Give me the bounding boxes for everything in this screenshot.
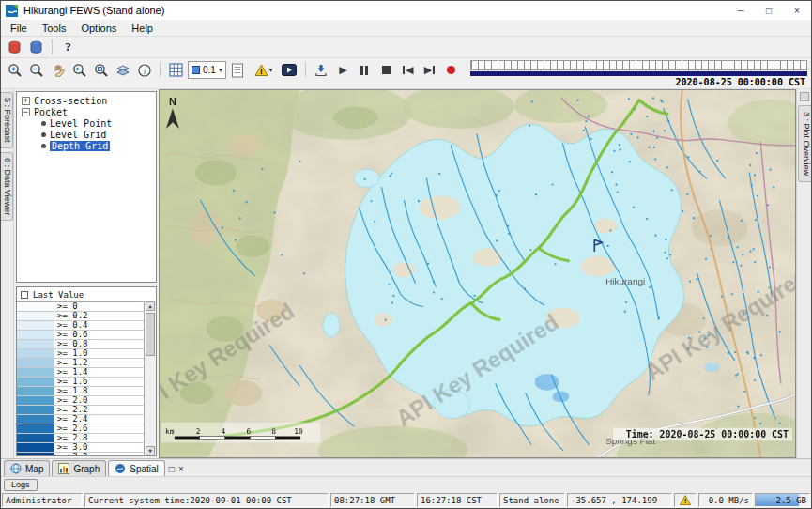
status-bar: Administrator Current system time:2020-0…: [1, 492, 811, 508]
spatial-icon: [115, 463, 126, 474]
tree-item-label: Cross-section: [34, 96, 107, 106]
scale-bar: km 2 4 6 8 10: [161, 423, 320, 443]
info-icon: i: [137, 63, 152, 78]
status-gmt-time: 08:27:18 GMT: [330, 493, 415, 507]
layers-button[interactable]: [113, 60, 132, 80]
tab-spatial[interactable]: Spatial: [108, 460, 165, 476]
current-timestep-label: 2020-08-25 00:00:00 CST: [470, 76, 807, 87]
grid-display-button[interactable]: [166, 60, 186, 80]
legend-swatch: [17, 396, 54, 405]
expand-icon[interactable]: +: [22, 97, 30, 105]
toolbar-main: ?: [1, 37, 811, 58]
stop-button[interactable]: [376, 60, 396, 80]
scroll-thumb[interactable]: [146, 313, 155, 356]
svg-text:6: 6: [246, 427, 251, 436]
logs-button[interactable]: Logs: [4, 479, 38, 491]
tab-graph[interactable]: Graph: [52, 460, 106, 476]
layer-bullet-icon: [41, 144, 46, 148]
layers-panel: + Cross-section − Pocket Level Point Lev…: [14, 89, 159, 458]
play-icon: ▶: [339, 64, 346, 76]
pause-button[interactable]: [355, 60, 375, 80]
layers-icon: [115, 63, 130, 78]
legend-swatch: [17, 415, 54, 424]
skip-start-button[interactable]: ▶: [398, 60, 418, 80]
record-button[interactable]: [441, 60, 461, 80]
pan-button[interactable]: [48, 60, 68, 80]
legend-swatch: [17, 368, 54, 377]
map-viewport[interactable]: API Key Required API Key Required API Ke…: [159, 89, 796, 458]
panel-pin-icon[interactable]: [800, 92, 809, 101]
timeline-area: 2020-08-25 00:00:00 CST: [470, 60, 807, 87]
legend-swatch: [17, 349, 54, 358]
play-button[interactable]: ▶: [333, 60, 353, 80]
panel-actions: □ ×: [167, 464, 188, 476]
tab-data-viewer[interactable]: 6 : Data Viewer: [1, 152, 13, 221]
skip-start-icon: ▶: [403, 64, 413, 76]
toolbar-separator: [52, 39, 53, 54]
timeseries-doc-button[interactable]: [228, 60, 248, 80]
legend-swatch: [17, 331, 54, 339]
tab-forecast[interactable]: 5 : Forecast: [1, 92, 13, 148]
maximize-panel-icon[interactable]: □: [169, 464, 175, 474]
legend-header: Last Value: [17, 287, 156, 301]
zoom-previous-button[interactable]: [69, 60, 89, 80]
minimize-button[interactable]: ─: [727, 1, 755, 20]
layer-tree: + Cross-section − Pocket Level Point Lev…: [16, 91, 157, 283]
menu-help[interactable]: Help: [124, 21, 161, 36]
skip-end-button[interactable]: ▶: [420, 60, 439, 80]
zoom-in-button[interactable]: [5, 60, 24, 80]
status-coordinates: -35.657 , 174.199: [567, 493, 672, 507]
svg-text:2: 2: [196, 427, 201, 436]
threshold-combo[interactable]: 0.1 ▾: [188, 61, 226, 79]
svg-text:N: N: [169, 96, 176, 107]
record-icon: [447, 66, 455, 74]
close-panel-icon[interactable]: ×: [178, 464, 184, 474]
legend-swatch: [17, 312, 54, 320]
legend-row: >= 3.2: [17, 453, 144, 455]
database-blue-button[interactable]: [26, 38, 46, 57]
legend-swatch: [17, 359, 54, 367]
tab-map[interactable]: Map: [4, 460, 50, 476]
tree-item-pocket[interactable]: − Pocket: [17, 106, 156, 117]
legend-scrollbar[interactable]: ▲ ▼: [144, 301, 156, 455]
tree-item-depth-grid[interactable]: Depth Grid: [17, 140, 156, 151]
tab-plot-overview[interactable]: 3 : Plot Overview: [798, 105, 811, 182]
legend-swatch: [17, 453, 54, 455]
scroll-down-icon[interactable]: ▼: [146, 446, 155, 455]
svg-text:10: 10: [294, 427, 303, 436]
status-cst-time: 16:27:18 CST: [417, 493, 498, 507]
zoom-extent-button[interactable]: [91, 60, 111, 80]
info-button[interactable]: i: [134, 60, 154, 80]
scroll-up-icon[interactable]: ▲: [146, 301, 155, 311]
zoom-previous-icon: [72, 63, 87, 78]
database-red-button[interactable]: [5, 38, 24, 57]
document-icon: [231, 63, 244, 78]
tree-item-cross-section[interactable]: + Cross-section: [17, 95, 156, 106]
export-download-icon: [314, 64, 328, 77]
status-warning-cell[interactable]: !: [674, 493, 697, 507]
last-value-checkbox[interactable]: [21, 291, 28, 299]
map-canvas[interactable]: API Key Required API Key Required API Ke…: [160, 90, 795, 457]
tree-item-label: Pocket: [34, 107, 68, 117]
pan-hand-icon: [51, 63, 66, 78]
svg-text:Time: 2020-08-25 00:00:00 CST: Time: 2020-08-25 00:00:00 CST: [626, 430, 789, 440]
warnings-dropdown-button[interactable]: ! ▾: [250, 60, 278, 80]
collapse-icon[interactable]: −: [22, 108, 30, 116]
toolbar-separator: [305, 62, 306, 77]
help-button[interactable]: ?: [58, 38, 78, 57]
legend-swatch: [17, 406, 54, 414]
animation-display-button[interactable]: [280, 60, 299, 80]
export-button[interactable]: [312, 60, 331, 80]
timeline-slider[interactable]: [470, 60, 807, 70]
close-button[interactable]: ×: [783, 1, 811, 20]
menu-options[interactable]: Options: [73, 21, 124, 36]
tree-item-level-grid[interactable]: Level Grid: [17, 129, 156, 140]
menu-file[interactable]: File: [3, 21, 35, 36]
zoom-out-button[interactable]: [26, 60, 46, 80]
svg-text:!: !: [260, 67, 263, 76]
tree-item-level-point[interactable]: Level Point: [17, 117, 156, 129]
zoom-extent-icon: [94, 63, 109, 78]
maximize-button[interactable]: □: [755, 1, 783, 20]
right-tab-strip: 3 : Plot Overview: [796, 89, 811, 458]
menu-tools[interactable]: Tools: [35, 21, 74, 36]
